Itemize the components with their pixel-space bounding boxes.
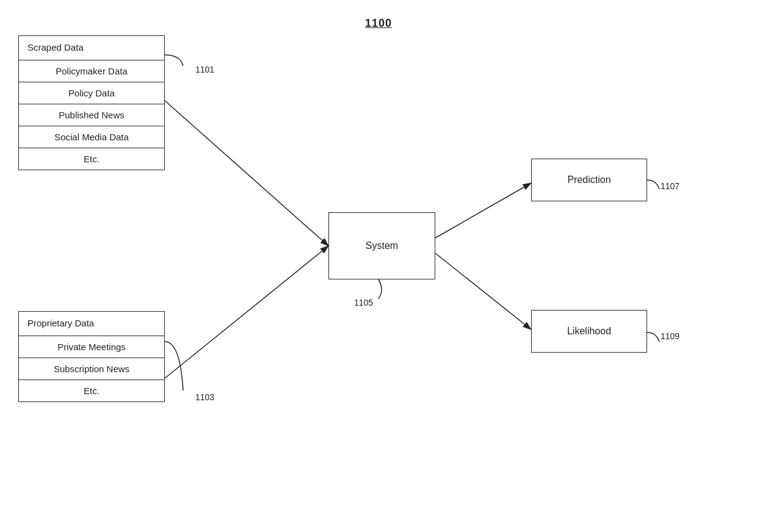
prediction-box: Prediction [531,159,647,201]
proprietary-item-2: Etc. [19,380,164,401]
proprietary-items-list: Private Meetings Subscription News Etc. [19,336,164,401]
proprietary-data-label: Proprietary Data [19,312,164,336]
scraped-data-label: Scraped Data [19,36,164,60]
scraped-item-4: Etc. [19,148,164,170]
scraped-data-box: Scraped Data Policymaker Data Policy Dat… [18,35,165,170]
proprietary-ref: 1103 [195,392,214,402]
likelihood-ref: 1109 [661,331,679,341]
svg-line-2 [435,183,531,238]
likelihood-label: Likelihood [567,326,611,337]
proprietary-data-box: Proprietary Data Private Meetings Subscr… [18,311,165,402]
proprietary-item-1: Subscription News [19,358,164,380]
svg-line-0 [165,101,328,246]
proprietary-item-0: Private Meetings [19,336,164,358]
scraped-ref: 1101 [195,65,214,74]
prediction-ref: 1107 [661,181,679,191]
scraped-item-3: Social Media Data [19,126,164,148]
system-ref: 1105 [354,298,373,307]
likelihood-box: Likelihood [531,310,647,353]
prediction-label: Prediction [567,174,610,185]
diagram-title: 1100 [365,17,392,30]
system-box: System [328,212,435,279]
svg-line-1 [165,246,328,378]
scraped-item-0: Policymaker Data [19,60,164,82]
system-label: System [366,240,398,251]
scraped-item-1: Policy Data [19,82,164,104]
diagram: 1100 Scraped Data Policymaker Data Polic… [0,0,757,532]
scraped-item-2: Published News [19,104,164,126]
svg-line-3 [435,253,531,329]
scraped-items-list: Policymaker Data Policy Data Published N… [19,60,164,170]
